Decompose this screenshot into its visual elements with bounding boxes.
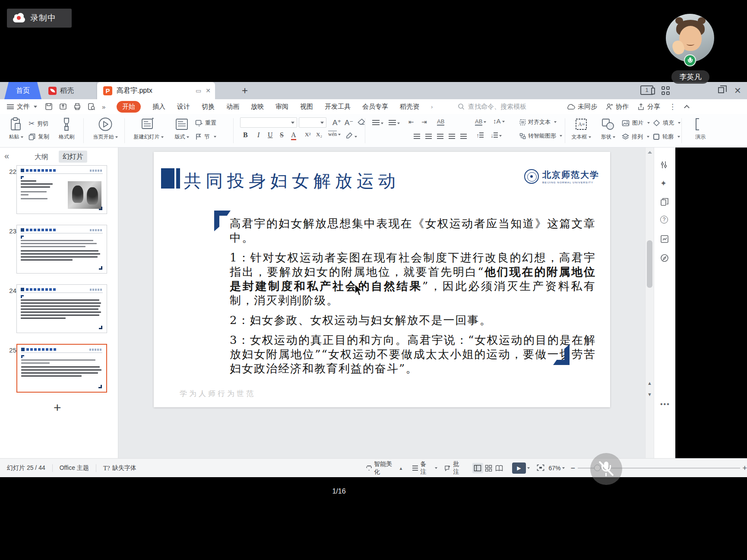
chart-panel-icon[interactable] <box>660 235 669 243</box>
scroll-up-icon[interactable] <box>648 151 652 154</box>
highlight-button[interactable] <box>345 132 357 140</box>
cut-button[interactable]: ✂ 剪切 <box>28 119 48 128</box>
strikethrough-button[interactable]: S <box>280 131 284 139</box>
slide-thumbnail-24[interactable] <box>16 284 107 333</box>
decrease-indent-button[interactable]: ⇤ <box>408 118 414 126</box>
previous-slide-icon[interactable]: ▲ <box>647 381 652 386</box>
new-slide-button[interactable]: 新建幻灯片 <box>129 116 168 141</box>
align-right-button[interactable] <box>437 133 443 141</box>
align-center-button[interactable] <box>425 133 432 141</box>
fit-slide-button[interactable] <box>537 464 544 472</box>
pages-icon[interactable] <box>660 198 669 206</box>
command-search[interactable]: 查找命令、搜索模板 <box>458 101 526 112</box>
tab-docer[interactable]: 稻壳 <box>43 82 97 99</box>
ribbon-tab-animations[interactable]: 动画 <box>226 103 239 111</box>
ribbon-tab-slideshow[interactable]: 放映 <box>251 103 264 111</box>
ribbon-tab-review[interactable]: 审阅 <box>275 103 288 111</box>
font-name-select[interactable] <box>240 117 297 128</box>
tab-slides[interactable]: 幻灯片 <box>59 151 87 163</box>
distribute-button[interactable] <box>460 133 467 141</box>
format-painter-button[interactable]: 格式刷 <box>55 116 78 141</box>
workspace-grid-icon[interactable] <box>662 86 670 95</box>
ribbon-tabs-more[interactable]: › <box>431 104 433 110</box>
subscript-button[interactable]: X₂ <box>316 131 322 138</box>
paragraph-spacing-button[interactable]: ↓ <box>491 132 502 139</box>
ribbon-tab-docer-resources[interactable]: 稻壳资 <box>400 103 419 111</box>
ribbon-tab-membership[interactable]: 会员专享 <box>362 103 388 111</box>
comments-button[interactable]: 批注 <box>444 460 465 476</box>
numbered-list-button[interactable] <box>389 119 400 127</box>
beautify-star-icon[interactable]: ✦ <box>660 179 667 188</box>
ribbon-tab-design[interactable]: 设计 <box>177 103 190 111</box>
sync-status[interactable]: 未同步 <box>567 103 597 111</box>
printer-icon[interactable] <box>73 103 81 110</box>
help-icon[interactable]: ? <box>660 216 668 223</box>
slide-editor[interactable]: 共同投身妇女解放运动 北京师范大学 BEIJING NORMAL UNIVERS… <box>154 152 610 407</box>
shapes-button[interactable]: 形状 <box>598 116 618 141</box>
increase-indent-button[interactable]: ⇥ <box>421 118 427 126</box>
properties-icon[interactable] <box>660 160 669 169</box>
fill-button[interactable]: 填充 <box>653 119 681 127</box>
pinyin-guide-button[interactable]: wén <box>328 131 341 138</box>
layout-button[interactable]: 版式 <box>171 116 193 141</box>
zoom-in-button[interactable]: + <box>743 464 747 473</box>
reading-view-button[interactable] <box>494 463 504 473</box>
text-box-button[interactable]: A≡ 文本框 <box>569 116 593 141</box>
arrange-button[interactable]: 排列 <box>622 133 649 141</box>
section-button[interactable]: 节 <box>195 133 216 141</box>
font-size-select[interactable] <box>299 117 326 128</box>
line-spacing-button[interactable]: ↑ <box>476 132 484 139</box>
scrollbar-thumb[interactable] <box>647 240 652 288</box>
more-menu-icon[interactable]: ⋮ <box>669 102 676 111</box>
copy-button[interactable]: 复制 <box>28 133 49 141</box>
align-text-button[interactable]: 对齐文本 <box>519 118 557 126</box>
normal-view-button[interactable] <box>472 463 483 473</box>
bullet-list-button[interactable] <box>372 119 383 127</box>
add-slide-button[interactable]: + <box>54 400 61 415</box>
theme-name[interactable]: Office 主题 <box>60 464 89 472</box>
paste-button[interactable]: 粘贴 <box>6 116 26 141</box>
slide-thumbnail-25-selected[interactable] <box>16 344 107 393</box>
character-border-button[interactable]: AB <box>437 118 444 126</box>
zoom-level[interactable]: 67% <box>549 465 561 472</box>
strip-more-icon[interactable]: ••• <box>660 400 670 408</box>
new-tab-button[interactable]: + <box>242 85 248 97</box>
present-button[interactable]: 演示 <box>687 116 713 141</box>
export-icon[interactable] <box>59 103 67 110</box>
slideshow-play-button[interactable]: ▶ <box>512 462 525 474</box>
file-menu[interactable]: 文件 <box>7 99 37 114</box>
collapse-panel-icon[interactable]: « <box>4 151 9 161</box>
slide-thumbnail-23[interactable] <box>16 225 107 274</box>
smart-beautify-button[interactable]: 智能美化 ▲ <box>366 460 403 476</box>
decrease-font-button[interactable]: A⁻ <box>345 118 353 127</box>
tab-outline[interactable]: 大纲 <box>35 153 48 162</box>
outline-button[interactable]: 轮廓 <box>653 133 680 141</box>
canvas-scrollbar[interactable]: ▲ ▼ <box>645 148 654 458</box>
slide-thumbnail-22[interactable] <box>16 165 107 214</box>
tab-monitor-icon[interactable]: ▭ <box>196 87 201 94</box>
design-compass-icon[interactable] <box>660 254 669 262</box>
play-from-current-button[interactable]: 当页开始 <box>87 116 123 141</box>
tab-document-active[interactable]: P 高君宇.pptx ▭ ✕ <box>97 82 215 99</box>
font-color-button[interactable]: A <box>291 131 296 140</box>
text-direction-button[interactable]: ↕A <box>493 117 505 125</box>
align-left-button[interactable] <box>414 133 420 141</box>
reset-button[interactable]: 重置 <box>195 119 216 127</box>
device-switch-icon[interactable]: 1 <box>640 85 653 95</box>
zoom-options-caret[interactable] <box>562 467 565 469</box>
window-close-icon[interactable]: ✕ <box>734 85 741 96</box>
missing-font-warning[interactable]: T? 缺失字体 <box>103 464 136 472</box>
mute-mic-button[interactable] <box>590 453 622 485</box>
play-options-caret[interactable] <box>527 467 530 469</box>
italic-button[interactable]: I <box>257 131 260 139</box>
superscript-button[interactable]: X² <box>305 131 310 138</box>
character-spacing-button[interactable]: AB <box>475 118 486 125</box>
ribbon-tab-transitions[interactable]: 切换 <box>202 103 215 111</box>
share-button[interactable]: 分享 <box>637 103 660 111</box>
collapse-ribbon-icon[interactable] <box>684 105 690 110</box>
save-icon[interactable] <box>45 103 53 110</box>
underline-button[interactable]: U <box>268 131 273 139</box>
notes-button[interactable]: 备注 <box>412 460 437 476</box>
tab-close-icon[interactable]: ✕ <box>206 87 211 94</box>
collaborate-button[interactable]: 协作 <box>606 103 629 111</box>
